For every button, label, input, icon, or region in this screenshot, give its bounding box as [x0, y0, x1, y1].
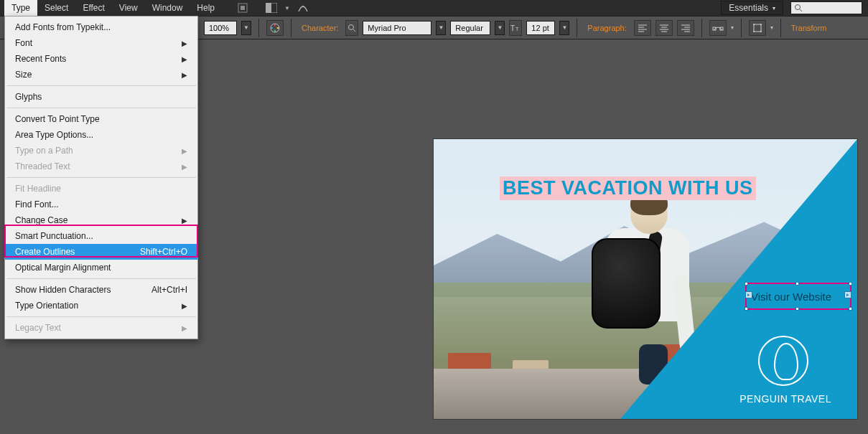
menu-separator: [6, 177, 196, 178]
menu-item-label: Size: [15, 70, 32, 80]
menu-item-optical-margin-alignment[interactable]: Optical Margin Alignment: [5, 260, 197, 275]
svg-text:T: T: [515, 27, 519, 32]
font-size-icon: TT: [509, 20, 522, 36]
menu-item-create-outlines[interactable]: Create OutlinesShift+Ctrl+O: [5, 244, 197, 260]
selection-handle[interactable]: [745, 282, 748, 286]
menu-view[interactable]: View: [112, 0, 145, 16]
menu-item-threaded-text: Threaded Text▶: [5, 159, 197, 174]
menu-item-label: Smart Punctuation...: [15, 231, 93, 241]
penguin-logo-icon: [758, 336, 808, 386]
font-size-dropdown[interactable]: ▼: [559, 21, 569, 35]
opacity-field[interactable]: 100%: [204, 21, 237, 35]
help-search-input[interactable]: [790, 1, 862, 14]
menu-item-label: Type on a Path: [15, 146, 73, 156]
menu-select[interactable]: Select: [37, 0, 75, 16]
submenu-arrow-icon: ▶: [182, 147, 187, 155]
menu-item-label: Add Fonts from Typekit...: [15, 22, 111, 32]
menu-window[interactable]: Window: [145, 0, 190, 16]
font-family-field[interactable]: Myriad Pro: [363, 21, 431, 35]
opacity-dropdown[interactable]: ▼: [241, 21, 251, 35]
svg-point-9: [277, 27, 279, 29]
menu-item-label: Convert To Point Type: [15, 114, 100, 124]
person-photo: [570, 195, 692, 382]
menu-separator: [6, 85, 196, 86]
visit-text: Visit our Website: [751, 291, 831, 303]
align-left-icon[interactable]: [634, 20, 651, 36]
menu-item-change-case[interactable]: Change Case▶: [5, 212, 197, 228]
artboard[interactable]: BEST VACATION WITH US Visit our Website …: [434, 139, 857, 419]
svg-line-6: [800, 9, 802, 11]
svg-rect-3: [266, 3, 271, 13]
align-right-icon[interactable]: [677, 20, 694, 36]
text-port-in-icon[interactable]: ▸: [745, 291, 752, 298]
svg-point-10: [274, 29, 276, 32]
menu-item-label: Show Hidden Characters: [15, 285, 111, 295]
menu-item-label: Optical Margin Alignment: [15, 263, 111, 273]
align-center-icon[interactable]: [655, 20, 673, 36]
menu-type[interactable]: Type: [4, 0, 37, 16]
visit-text-frame[interactable]: Visit our Website ▸ ▸: [745, 283, 851, 310]
svg-point-32: [760, 24, 762, 25]
font-family-dropdown[interactable]: ▼: [436, 21, 446, 35]
svg-rect-1: [241, 6, 245, 10]
menu-item-add-fonts-from-typekit[interactable]: Add Fonts from Typekit...: [5, 19, 197, 35]
menubar: Type Select Effect View Window Help ▼ Es…: [0, 0, 868, 16]
menu-item-type-on-a-path: Type on a Path▶: [5, 143, 197, 159]
menu-item-label: Type Orientation: [15, 301, 78, 311]
font-style-dropdown[interactable]: ▼: [495, 21, 505, 35]
gpu-icon[interactable]: [235, 0, 251, 16]
menu-item-find-font[interactable]: Find Font...: [5, 197, 197, 212]
svg-point-4: [302, 6, 304, 8]
selection-handle[interactable]: [849, 307, 852, 311]
headline-text[interactable]: BEST VACATION WITH US: [500, 176, 756, 200]
svg-point-31: [753, 24, 755, 25]
menu-item-smart-punctuation[interactable]: Smart Punctuation...: [5, 228, 197, 244]
submenu-arrow-icon: ▶: [182, 324, 187, 332]
menu-item-type-orientation[interactable]: Type Orientation▶: [5, 298, 197, 313]
menu-item-font[interactable]: Font▶: [5, 35, 197, 51]
selection-handle[interactable]: [849, 282, 852, 286]
menu-item-convert-to-point-type[interactable]: Convert To Point Type: [5, 111, 197, 127]
gpu-preview-icon[interactable]: [295, 0, 311, 16]
menu-separator: [6, 108, 196, 108]
menu-help[interactable]: Help: [190, 0, 222, 16]
svg-text:T: T: [510, 24, 515, 32]
chevron-down-icon: ▾: [773, 5, 775, 11]
menu-item-label: Create Outlines: [15, 247, 75, 257]
arrange-docs-icon[interactable]: [263, 0, 279, 16]
menu-item-label: Change Case: [15, 215, 67, 225]
submenu-arrow-icon: ▶: [182, 217, 187, 225]
menu-item-label: Find Font...: [15, 199, 59, 209]
make-envelope-icon[interactable]: [749, 20, 766, 36]
envelope-dropdown[interactable]: ▾: [770, 24, 773, 31]
menu-item-label: Threaded Text: [15, 161, 70, 171]
menu-item-label: Fit Headline: [15, 184, 61, 194]
text-port-out-icon[interactable]: ▸: [844, 291, 851, 298]
font-size-field[interactable]: 12 pt: [526, 21, 555, 35]
workspace-switcher[interactable]: Essentials ▾: [721, 1, 783, 15]
menu-item-show-hidden-characters[interactable]: Show Hidden CharactersAlt+Ctrl+I: [5, 282, 197, 298]
recolor-artwork-icon[interactable]: [266, 20, 284, 36]
menu-item-label: Legacy Text: [15, 323, 61, 333]
menu-item-shortcut: Shift+Ctrl+O: [140, 247, 187, 257]
touch-dropdown[interactable]: ▾: [731, 24, 734, 31]
menu-item-area-type-options[interactable]: Area Type Options...: [5, 127, 197, 143]
font-style-field[interactable]: Regular: [450, 21, 490, 35]
svg-point-34: [760, 31, 762, 32]
font-search-icon[interactable]: [345, 20, 358, 36]
menu-item-glyphs[interactable]: Glyphs: [5, 89, 197, 105]
arrange-docs-arrow[interactable]: ▼: [279, 0, 295, 16]
menu-effect[interactable]: Effect: [75, 0, 111, 16]
menu-item-size[interactable]: Size▶: [5, 67, 197, 82]
selection-handle[interactable]: [745, 307, 748, 311]
transform-label[interactable]: Transform: [791, 24, 827, 32]
menu-item-recent-fonts[interactable]: Recent Fonts▶: [5, 51, 197, 67]
character-label: Character:: [302, 24, 338, 32]
selection-handle[interactable]: [795, 282, 799, 286]
paragraph-label: Paragraph:: [587, 24, 626, 32]
selection-handle[interactable]: [795, 307, 799, 311]
touch-type-icon[interactable]: [709, 20, 727, 36]
svg-point-8: [274, 24, 276, 26]
svg-point-11: [271, 27, 274, 29]
submenu-arrow-icon: ▶: [182, 55, 187, 63]
